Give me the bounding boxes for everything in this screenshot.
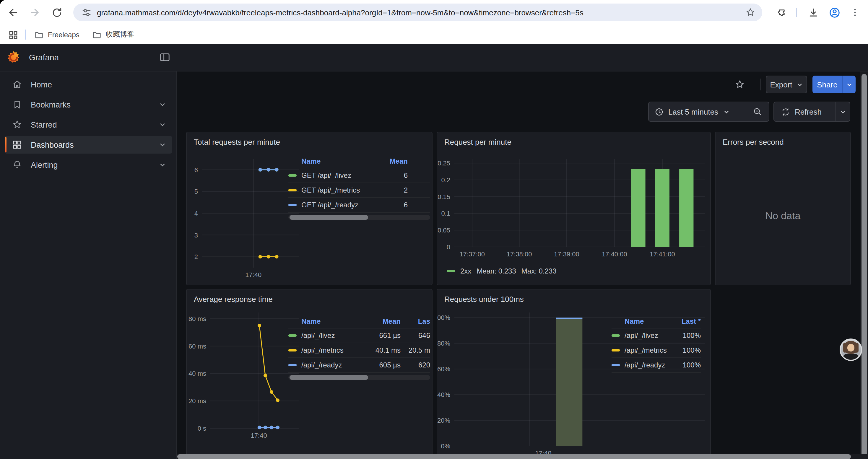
share-button[interactable]: Share bbox=[812, 76, 842, 93]
sidebar-item-dashboards[interactable]: Dashboards bbox=[5, 136, 172, 154]
sidebar-toggle-icon[interactable] bbox=[159, 52, 171, 63]
series-swatch bbox=[288, 334, 297, 337]
series-swatch bbox=[612, 334, 620, 337]
panel-request-per-minute: Request per minute 00.050.10.150.20.2517… bbox=[437, 132, 711, 285]
zoom-out-button[interactable] bbox=[746, 107, 769, 117]
svg-text:17:39:00: 17:39:00 bbox=[554, 251, 579, 258]
svg-text:60 ms: 60 ms bbox=[188, 342, 206, 350]
apps-icon bbox=[12, 139, 23, 150]
panel-title[interactable]: Errors per second bbox=[723, 138, 784, 146]
refresh-interval-dropdown[interactable] bbox=[836, 108, 850, 115]
share-dropdown-button[interactable] bbox=[843, 76, 856, 93]
legend-row[interactable]: /api/_/metrics 40.1 ms 20.5 m bbox=[288, 343, 430, 358]
star-icon bbox=[12, 119, 23, 130]
refresh-group: Refresh bbox=[773, 102, 850, 122]
svg-text:3: 3 bbox=[194, 232, 198, 239]
chevron-down-icon[interactable] bbox=[159, 161, 166, 168]
page-horizontal-scrollbar[interactable] bbox=[177, 454, 868, 459]
url-bar[interactable]: grafana.mathmast.com/d/deytv4rwavabkb/fr… bbox=[73, 4, 762, 21]
forward-icon[interactable] bbox=[28, 5, 42, 20]
menu-kebab-icon[interactable] bbox=[848, 5, 862, 20]
sidebar-item-bookmarks[interactable]: Bookmarks bbox=[5, 96, 172, 113]
profile-icon[interactable] bbox=[827, 5, 841, 20]
svg-text:17:38:00: 17:38:00 bbox=[507, 251, 532, 258]
time-range-picker[interactable]: Last 5 minutes bbox=[649, 107, 746, 116]
series-swatch bbox=[288, 204, 297, 206]
favorite-star-icon[interactable] bbox=[735, 79, 745, 90]
share-split-button: Share bbox=[812, 76, 856, 93]
sidebar-item-home[interactable]: Home bbox=[5, 76, 172, 93]
legend-row[interactable]: /api/_/livez 100% bbox=[612, 328, 701, 343]
home-icon bbox=[12, 79, 23, 90]
reload-icon[interactable] bbox=[50, 5, 64, 20]
sidebar-item-label: Bookmarks bbox=[31, 100, 71, 109]
legend-table: Name Mean GET /api/_/livez 6 GET /api/_/… bbox=[288, 155, 430, 220]
sidebar-item-alerting[interactable]: Alerting bbox=[5, 156, 172, 174]
legend-header: Name Mean Las bbox=[288, 315, 430, 328]
chevron-down-icon bbox=[723, 108, 730, 115]
series-swatch bbox=[288, 174, 297, 177]
legend-row[interactable]: /api/_/readyz 605 µs 620 bbox=[288, 358, 430, 373]
svg-text:60%: 60% bbox=[437, 365, 450, 373]
bookmark-label: 收藏博客 bbox=[106, 30, 134, 40]
svg-text:0.05: 0.05 bbox=[438, 227, 450, 234]
svg-text:17:41:00: 17:41:00 bbox=[650, 251, 675, 258]
legend-scrollbar[interactable] bbox=[288, 215, 430, 220]
svg-text:0.25: 0.25 bbox=[438, 160, 450, 167]
svg-text:80%: 80% bbox=[437, 340, 450, 347]
legend-row[interactable]: GET /api/_/metrics 2 bbox=[288, 183, 430, 198]
legend-row[interactable]: GET /api/_/livez 6 bbox=[288, 168, 430, 183]
grafana-top-nav: Grafana Home › Dashboards › Freeleaps Me… bbox=[0, 44, 868, 71]
floating-assistant-avatar[interactable] bbox=[840, 338, 862, 361]
bookmark-folder-freeleaps[interactable]: Freeleaps bbox=[34, 28, 80, 41]
sidebar-item-label: Alerting bbox=[31, 160, 58, 169]
no-data-message: No data bbox=[716, 210, 850, 222]
legend-row[interactable]: /api/_/readyz 100% bbox=[612, 358, 701, 373]
dashboard-main: Export Share Last 5 minutes bbox=[177, 71, 868, 459]
panel-requests-under-100ms: Requests under 100ms 0%20%40%60%80%100%1… bbox=[437, 289, 711, 459]
bookmark-star-icon[interactable] bbox=[743, 5, 757, 20]
svg-text:6: 6 bbox=[194, 166, 198, 174]
download-icon[interactable] bbox=[806, 5, 820, 20]
panel-total-requests: Total requests per minute 2345617:40 Nam… bbox=[186, 132, 433, 285]
apps-grid-icon[interactable] bbox=[6, 28, 20, 42]
sidebar-item-label: Starred bbox=[31, 120, 57, 129]
sidebar-item-starred[interactable]: Starred bbox=[5, 116, 172, 133]
svg-text:17:37:00: 17:37:00 bbox=[459, 251, 485, 258]
time-range-label: Last 5 minutes bbox=[668, 107, 718, 116]
bookmarks-bar: Freeleaps 收藏博客 bbox=[0, 25, 868, 45]
legend-inline[interactable]: 2xx Mean: 0.233 Max: 0.233 bbox=[447, 267, 557, 275]
chevron-down-icon[interactable] bbox=[159, 101, 166, 108]
chevron-down-icon bbox=[839, 108, 846, 115]
active-accent-bar bbox=[5, 137, 6, 153]
svg-text:100%: 100% bbox=[437, 314, 450, 321]
chevron-down-icon[interactable] bbox=[159, 141, 166, 148]
legend-table: Name Last * /api/_/livez 100% /api/_/met… bbox=[612, 315, 701, 373]
svg-text:17:40: 17:40 bbox=[245, 271, 261, 278]
grafana-logo[interactable] bbox=[6, 50, 21, 64]
legend-scrollbar[interactable] bbox=[288, 375, 430, 380]
panel-average-response-time: Average response time 0 s20 ms40 ms60 ms… bbox=[186, 289, 433, 459]
chevron-down-icon[interactable] bbox=[159, 121, 166, 128]
series-swatch bbox=[447, 270, 455, 272]
series-swatch bbox=[612, 349, 620, 352]
refresh-button[interactable]: Refresh bbox=[774, 107, 835, 116]
back-icon[interactable] bbox=[6, 5, 20, 20]
legend-row[interactable]: /api/_/livez 661 µs 646 bbox=[288, 328, 430, 343]
extensions-icon[interactable] bbox=[775, 5, 789, 20]
series-swatch bbox=[288, 364, 297, 366]
site-settings-icon[interactable] bbox=[79, 5, 93, 20]
export-button[interactable]: Export bbox=[766, 76, 807, 93]
sidebar-item-label: Home bbox=[31, 80, 52, 89]
svg-text:20 ms: 20 ms bbox=[188, 397, 206, 405]
url-text[interactable]: grafana.mathmast.com/d/deytv4rwavabkb/fr… bbox=[97, 8, 739, 17]
page-vertical-scrollbar[interactable] bbox=[860, 71, 868, 459]
svg-text:40%: 40% bbox=[437, 391, 450, 398]
legend-row[interactable]: /api/_/metrics 100% bbox=[612, 343, 701, 358]
bookmark-folder-blogs[interactable]: 收藏博客 bbox=[92, 28, 134, 41]
svg-text:0 s: 0 s bbox=[198, 425, 206, 432]
legend-table: Name Mean Las /api/_/livez 661 µs 646 /a… bbox=[288, 315, 430, 380]
bookmark-icon bbox=[12, 99, 23, 110]
svg-text:0.2: 0.2 bbox=[441, 176, 450, 184]
legend-row[interactable]: GET /api/_/readyz 6 bbox=[288, 198, 430, 213]
